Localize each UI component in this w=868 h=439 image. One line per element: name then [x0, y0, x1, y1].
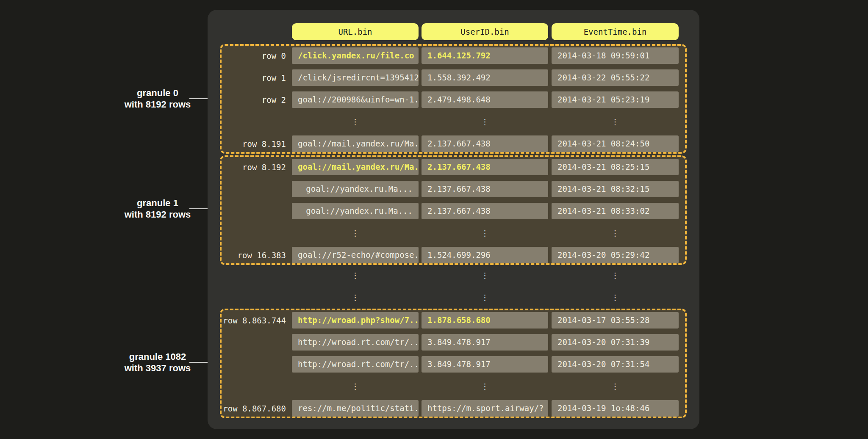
- url-cell: http://wroad.rt.com/tr/...: [292, 356, 419, 373]
- eventtime-cell: 2014-03-20 05:29:42: [552, 247, 679, 263]
- url-cell: goal://yandex.ru.Ma...: [292, 181, 419, 197]
- table-row: row 1 /click/jsredircnt=1395412... 1.558…: [222, 69, 685, 86]
- vertical-ellipsis-icon: ⋮: [552, 289, 679, 306]
- vertical-ellipsis-icon: ⋮: [552, 113, 679, 130]
- row-label: row 8.192: [222, 163, 286, 172]
- url-cell: goal://200986&uinfo=wn-1...: [292, 91, 419, 108]
- table-row: http://wroad.rt.com/tr/... 3.849.478.917…: [222, 356, 685, 373]
- userid-cell: 2.479.498.648: [422, 91, 548, 108]
- userid-cell: 1.644.125.792: [422, 47, 548, 64]
- row-label: row 8.191: [222, 139, 286, 149]
- url-cell: /click.yandex.ru/file.co ...: [292, 47, 419, 64]
- url-cell: goal://mail.yandex.ru/Ma...: [292, 159, 419, 175]
- granule-1-label-line2: with 8192 rows: [111, 209, 204, 220]
- eventtime-cell: 2014-03-22 05:55:22: [552, 69, 679, 86]
- table-row: row 2 goal://200986&uinfo=wn-1... 2.479.…: [222, 91, 685, 108]
- table-row: http://wroad.rt.com/tr/... 3.849.478.917…: [222, 334, 685, 351]
- eventtime-cell: 2014-03-21 08:24:50: [552, 135, 679, 152]
- eventtime-cell: 2014-03-20 07:31:54: [552, 356, 679, 373]
- table-row: row 8.191 goal://mail.yandex.ru/Ma... 2.…: [222, 135, 685, 152]
- column-header-userid: UserID.bin: [422, 23, 548, 40]
- granule-0-label-line1: granule 0: [111, 87, 204, 99]
- granules-diagram: granule 0 with 8192 rows granule 1 with …: [0, 0, 868, 439]
- row-label: row 2: [222, 95, 286, 105]
- ellipsis-row: ⋮ ⋮ ⋮: [222, 378, 685, 395]
- eventtime-cell: 2014-03-21 08:33:02: [552, 203, 679, 219]
- userid-cell: https://m.sport.airway/?: [422, 400, 548, 417]
- eventtime-cell: 2014-03-17 03:55:28: [552, 312, 679, 329]
- userid-cell: 2.137.667.438: [422, 181, 548, 197]
- granule-1082-label-line2: with 3937 rows: [111, 362, 204, 374]
- granule-1-label-line1: granule 1: [111, 197, 204, 209]
- url-cell: goal://r52-echo/#compose...: [292, 247, 419, 263]
- vertical-ellipsis-icon: ⋮: [552, 378, 679, 395]
- userid-cell: 3.849.478.917: [422, 356, 548, 373]
- vertical-ellipsis-icon: ⋮: [292, 225, 419, 241]
- url-cell: /click/jsredircnt=1395412...: [292, 69, 419, 86]
- vertical-ellipsis-icon: ⋮: [292, 378, 419, 395]
- eventtime-cell: 2014-03-20 07:31:39: [552, 334, 679, 351]
- granule-separator-ellipsis: ⋮ ⋮ ⋮: [222, 289, 679, 306]
- url-cell: http://wroad.rt.com/tr/...: [292, 334, 419, 351]
- table-row: row 0 /click.yandex.ru/file.co ... 1.644…: [222, 47, 685, 64]
- url-cell: http://wroad.php?show/7...: [292, 312, 419, 329]
- url-cell: res://m.me/politic/stati...: [292, 400, 419, 417]
- granule-1082-label-line1: granule 1082: [111, 351, 204, 362]
- vertical-ellipsis-icon: ⋮: [292, 267, 419, 284]
- userid-cell: 3.849.478.917: [422, 334, 548, 351]
- table-row: goal://yandex.ru.Ma... 2.137.667.438 201…: [222, 203, 685, 219]
- row-label: row 1: [222, 73, 286, 83]
- table-row: row 16.383 goal://r52-echo/#compose... 1…: [222, 247, 685, 263]
- spacer: [222, 267, 292, 284]
- eventtime-cell: 2014-03-21 08:32:15: [552, 181, 679, 197]
- table-row: row 8.867.680 res://m.me/politic/stati..…: [222, 400, 685, 417]
- vertical-ellipsis-icon: ⋮: [292, 289, 419, 306]
- userid-cell: 1.524.699.296: [422, 247, 548, 263]
- eventtime-cell: 2014-03-19 1o:48:46: [552, 400, 679, 417]
- vertical-ellipsis-icon: ⋮: [292, 113, 419, 130]
- granule-0-box: row 0 /click.yandex.ru/file.co ... 1.644…: [220, 44, 687, 154]
- userid-cell: 1.558.392.492: [422, 69, 548, 86]
- granule-1082-box: row 8.863.744 http://wroad.php?show/7...…: [220, 309, 687, 418]
- url-cell: goal://yandex.ru.Ma...: [292, 203, 419, 219]
- eventtime-cell: 2014-03-21 05:23:19: [552, 91, 679, 108]
- spacer: [222, 289, 292, 306]
- vertical-ellipsis-icon: ⋮: [422, 225, 548, 241]
- granule-separator-ellipsis: ⋮ ⋮ ⋮: [222, 267, 679, 284]
- vertical-ellipsis-icon: ⋮: [422, 113, 548, 130]
- table-row: row 8.863.744 http://wroad.php?show/7...…: [222, 312, 685, 329]
- userid-cell: 2.137.667.438: [422, 135, 548, 152]
- userid-cell: 2.137.667.438: [422, 203, 548, 219]
- table-row: row 8.192 goal://mail.yandex.ru/Ma... 2.…: [222, 159, 685, 175]
- row-label: row 16.383: [222, 251, 286, 260]
- eventtime-cell: 2014-03-18 09:59:01: [552, 47, 679, 64]
- column-header-eventtime: EventTime.bin: [552, 23, 679, 40]
- table-row: goal://yandex.ru.Ma... 2.137.667.438 201…: [222, 181, 685, 197]
- column-header-url: URL.bin: [292, 23, 419, 40]
- ellipsis-row: ⋮ ⋮ ⋮: [222, 225, 685, 241]
- url-cell: goal://mail.yandex.ru/Ma...: [292, 135, 419, 152]
- vertical-ellipsis-icon: ⋮: [422, 378, 548, 395]
- row-label: row 0: [222, 51, 286, 61]
- eventtime-cell: 2014-03-21 08:25:15: [552, 159, 679, 175]
- vertical-ellipsis-icon: ⋮: [422, 289, 548, 306]
- vertical-ellipsis-icon: ⋮: [422, 267, 548, 284]
- ellipsis-row: ⋮ ⋮ ⋮: [222, 113, 685, 130]
- vertical-ellipsis-icon: ⋮: [552, 225, 679, 241]
- userid-cell: 2.137.667.438: [422, 159, 548, 175]
- vertical-ellipsis-icon: ⋮: [552, 267, 679, 284]
- data-part-panel: URL.bin UserID.bin EventTime.bin row 0 /…: [208, 10, 699, 429]
- granule-0-label-line2: with 8192 rows: [111, 99, 204, 110]
- row-label: row 8.867.680: [222, 404, 286, 413]
- userid-cell: 1.878.658.680: [422, 312, 548, 329]
- column-headers: URL.bin UserID.bin EventTime.bin: [292, 23, 679, 40]
- row-label: row 8.863.744: [222, 316, 286, 325]
- granule-1-box: row 8.192 goal://mail.yandex.ru/Ma... 2.…: [220, 155, 687, 265]
